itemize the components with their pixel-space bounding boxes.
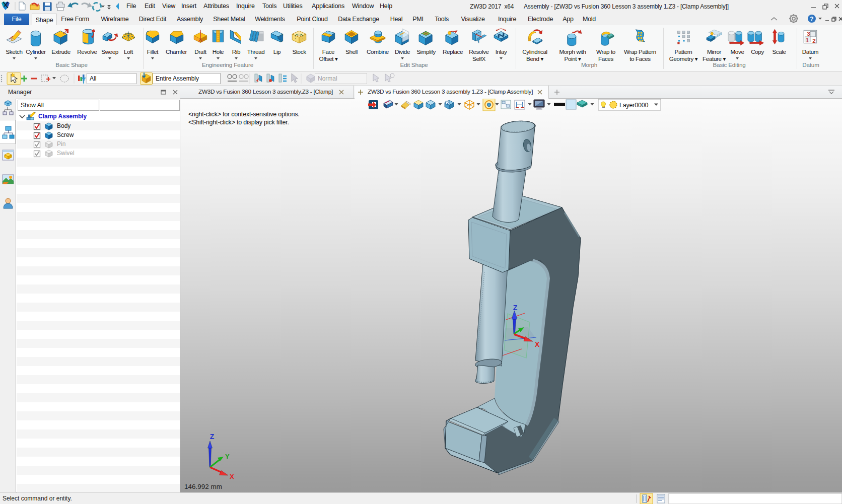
- svg-text:X: X: [230, 473, 234, 480]
- svg-text:Z: Z: [513, 304, 518, 312]
- svg-text:3: 3: [807, 30, 811, 37]
- svg-text:X: X: [535, 340, 540, 348]
- svg-text:Layer0000: Layer0000: [619, 102, 649, 109]
- svg-text:Y: Y: [225, 453, 230, 460]
- svg-text:2: 2: [812, 37, 816, 44]
- svg-text:?: ?: [810, 16, 813, 23]
- svg-text:1: 1: [805, 37, 809, 43]
- svg-text:Z: Z: [210, 433, 215, 441]
